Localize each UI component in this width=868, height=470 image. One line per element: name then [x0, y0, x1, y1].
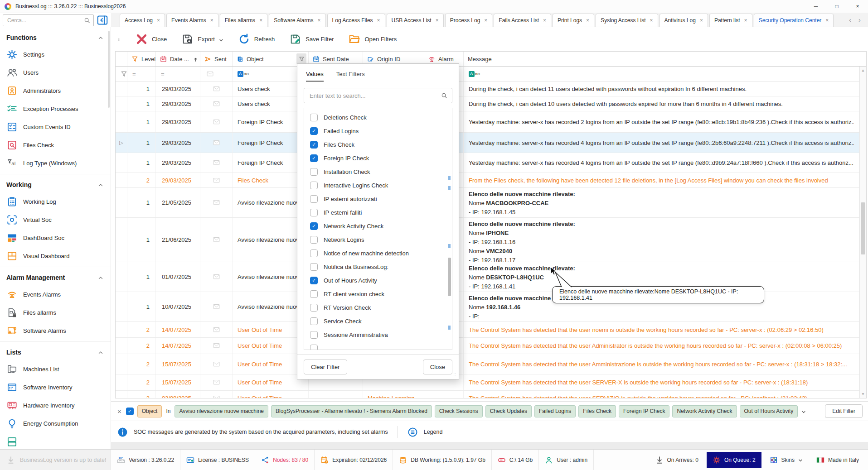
table-row[interactable]: ▷129/03/2025Foreign IP CheckYesterday ma…	[116, 133, 859, 153]
sidebar-item-software-alarms[interactable]: Software Alarms	[0, 321, 111, 340]
option-checkbox[interactable]: ✓	[310, 141, 318, 149]
tab-close-icon[interactable]: ×	[210, 17, 213, 24]
tab-close-icon[interactable]: ×	[157, 17, 160, 24]
sidebar-item-files-check[interactable]: Files Check	[0, 136, 111, 154]
tab-syslog-access-list[interactable]: Syslog Access List×	[596, 14, 658, 27]
section-header-working[interactable]: Working	[0, 174, 111, 192]
tab-pattern-list[interactable]: Pattern list×	[709, 14, 752, 27]
option-checkbox[interactable]	[310, 304, 318, 312]
tab-print-logs[interactable]: Print Logs×	[553, 14, 594, 27]
filter-enabled-checkbox[interactable]: ✓	[126, 408, 134, 415]
status-on-queue-2[interactable]: On Queue: 2	[707, 452, 761, 468]
table-row[interactable]: 121/05/2025Avviso rilevazione nuove macc…	[116, 188, 859, 218]
sidebar-item-hardware-inventory[interactable]: Hardware Inventory	[0, 396, 111, 414]
option-checkbox[interactable]	[310, 317, 318, 325]
open-filters-button[interactable]: Open Filters	[349, 33, 397, 45]
collapse-chevron-icon[interactable]	[98, 35, 103, 40]
filter-option-service-check[interactable]: Service Check	[304, 314, 452, 328]
window-close-button[interactable]: ×	[847, 0, 868, 13]
sidebar-item-working-log[interactable]: Working Log	[0, 192, 111, 211]
filter-option-sessione-amministrativa[interactable]: Sessione Amministrativa	[304, 328, 452, 341]
popup-scrollbar-thumb[interactable]	[448, 258, 451, 296]
tab-antivirus-log[interactable]: Antivirus Log×	[659, 14, 708, 27]
export-button[interactable]: Export	[181, 33, 223, 45]
clear-filter-button[interactable]: Clear Filter	[304, 360, 347, 374]
filter-field-chip[interactable]: Object	[137, 405, 162, 417]
legend-label[interactable]: Legend	[424, 429, 443, 435]
scroll-up-icon[interactable]: ▲	[860, 68, 866, 72]
maximize-button[interactable]: □	[826, 0, 847, 13]
option-checkbox[interactable]	[310, 236, 318, 244]
table-row[interactable]: 214/07/2025User Out of TimeThe Control S…	[116, 338, 859, 354]
tab-access-log[interactable]: Access Log×	[120, 14, 165, 27]
table-scrollbar[interactable]: ▲ ▼	[859, 67, 866, 398]
filter-value-chip[interactable]: Failed Logins	[534, 405, 576, 417]
filter-option-network-logins[interactable]: Network Logins	[304, 233, 452, 246]
object-filter-button[interactable]	[296, 53, 306, 64]
sidebar-search-input[interactable]	[6, 17, 84, 24]
sidebar-item-files-allarms[interactable]: Files allarms	[0, 303, 111, 321]
filter-value-chip[interactable]: Avviso rilevazione nuove macchine	[175, 405, 268, 417]
option-checkbox[interactable]	[310, 331, 318, 339]
tab-fails-access-list[interactable]: Fails Access List×	[494, 14, 551, 27]
tab-close-icon[interactable]: ×	[700, 17, 703, 24]
tab-events-alarms[interactable]: Events Alarms×	[166, 14, 218, 27]
table-row[interactable]: 214/07/2025User Out of TimeThe Control S…	[116, 322, 859, 338]
sent-filter-envelope-icon[interactable]	[205, 71, 215, 77]
collapse-chevron-icon[interactable]	[98, 350, 103, 355]
table-row[interactable]: 129/03/2025Users checkDuring the check, …	[116, 82, 859, 96]
tab-close-icon[interactable]: ×	[318, 17, 321, 24]
sidebar-item-software-inventory[interactable]: Software Inventory	[0, 378, 111, 396]
tab-close-icon[interactable]: ×	[436, 17, 439, 24]
option-checkbox[interactable]	[310, 249, 318, 257]
sidebar-item-dashboard-soc[interactable]: DashBoard Soc	[0, 229, 111, 247]
status-skins[interactable]: Skins	[764, 456, 808, 464]
option-checkbox[interactable]	[310, 168, 318, 176]
filter-cell[interactable]: =	[127, 67, 156, 81]
tab-close-icon[interactable]: ×	[484, 17, 487, 24]
filter-cell[interactable]: ABC	[464, 67, 859, 81]
tab-close-icon[interactable]: ×	[744, 17, 747, 24]
option-checkbox[interactable]	[310, 345, 318, 350]
sidebar-item-settings[interactable]: Settings	[0, 45, 111, 63]
filter-cell[interactable]	[116, 67, 127, 81]
tab-files-allarms[interactable]: Files allarms×	[220, 14, 267, 27]
filter-option-rt-version-check[interactable]: RT Version Check	[304, 301, 452, 314]
filter-value-chip[interactable]: Check Updates	[485, 405, 532, 417]
table-row[interactable]: 202/09/2025User Out of TimeMachine Learn…	[116, 391, 859, 398]
filter-bar-close-icon[interactable]: ×	[116, 408, 122, 415]
tab-close-icon[interactable]: ×	[543, 17, 546, 24]
option-checkbox[interactable]	[310, 290, 318, 298]
column-header-message[interactable]: Message	[464, 52, 866, 66]
filter-option-notice-of-new-machine-detection[interactable]: Notice of new machine detection	[304, 246, 452, 260]
text-filter-abc-icon[interactable]: ABC	[238, 71, 249, 77]
table-row[interactable]: 215/07/2025User Out of TimeThe Control S…	[116, 374, 859, 391]
table-row[interactable]: 229/03/2025Files CheckFrom the Files che…	[116, 173, 859, 188]
filter-cell[interactable]	[200, 67, 233, 81]
option-checkbox[interactable]: ✓	[310, 277, 318, 284]
tab-close-icon[interactable]: ×	[377, 17, 380, 24]
tab-scroll-right-icon[interactable]: ›	[858, 16, 861, 24]
scroll-down-icon[interactable]: ▼	[860, 392, 866, 396]
sidebar-item-users[interactable]: Users	[0, 63, 111, 82]
filter-option-notifica-da-businesslog[interactable]: Notifica da BusinessLog:	[304, 260, 452, 273]
filter-option-interactive-logins-check[interactable]: Interactive Logins Check	[304, 178, 452, 192]
filter-values-chevron-icon[interactable]	[801, 409, 806, 413]
sidebar-scrollbar[interactable]	[108, 31, 110, 108]
sidebar-item-administrators[interactable]: Administrators	[0, 82, 111, 100]
popup-tab-values[interactable]: Values	[306, 71, 324, 82]
filter-option-out-of-hours-activity[interactable]: ✓Out of Hours Activity	[304, 273, 452, 287]
column-header-sent[interactable]: Sent	[200, 52, 233, 66]
filter-option-rt-client-version-check[interactable]: RT client version check	[304, 287, 452, 301]
collapse-chevron-icon[interactable]	[98, 182, 103, 187]
option-checkbox[interactable]	[310, 182, 318, 189]
tab-log-access-files[interactable]: Log Access Files×	[327, 14, 385, 27]
close-button[interactable]: Close	[136, 33, 167, 45]
tab-security-operation-center[interactable]: Security Operation Center×	[754, 14, 834, 27]
tab-usb-access-list[interactable]: USB Access List×	[387, 14, 444, 27]
status-on-arrives-0[interactable]: On Arrives: 0	[650, 456, 704, 464]
sidebar-item-log-type-windows[interactable]: alLog Type (Windows)	[0, 154, 111, 172]
level-filter-operator[interactable]: =	[132, 71, 136, 77]
column-header-date[interactable]: Date ...	[156, 52, 200, 66]
popup-close-button[interactable]: Close	[423, 360, 452, 374]
